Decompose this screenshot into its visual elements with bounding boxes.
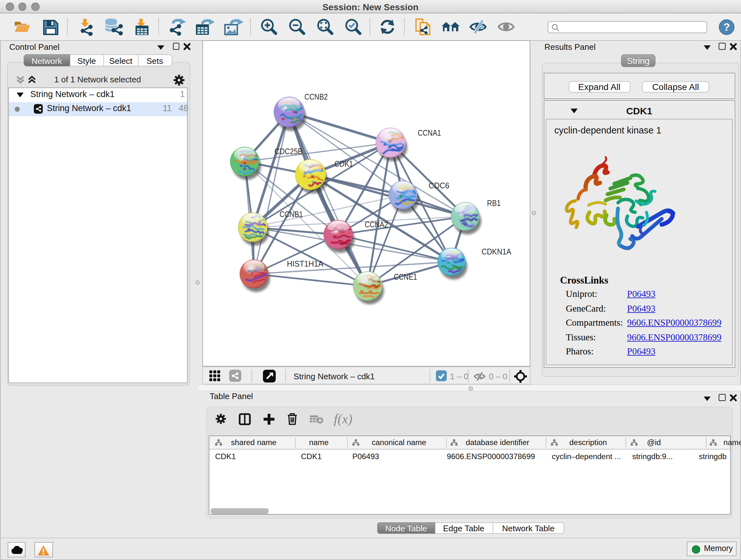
svg-text:HIST1H1A: HIST1H1A (287, 259, 323, 268)
svg-text:CDKN1A: CDKN1A (482, 247, 511, 256)
svg-text:RB1: RB1 (487, 198, 501, 208)
svg-text:CCNE1: CCNE1 (394, 272, 417, 282)
svg-text:CCNB1: CCNB1 (280, 209, 303, 219)
svg-text:CCNA1: CCNA1 (418, 128, 441, 138)
svg-text:CDC25B: CDC25B (274, 146, 302, 156)
svg-text:CDK1: CDK1 (334, 159, 353, 169)
svg-text:?: ? (724, 21, 730, 33)
svg-text:CDC6: CDC6 (428, 181, 449, 190)
svg-text:CCNA2: CCNA2 (365, 220, 388, 229)
svg-text:CCNB2: CCNB2 (305, 92, 328, 102)
